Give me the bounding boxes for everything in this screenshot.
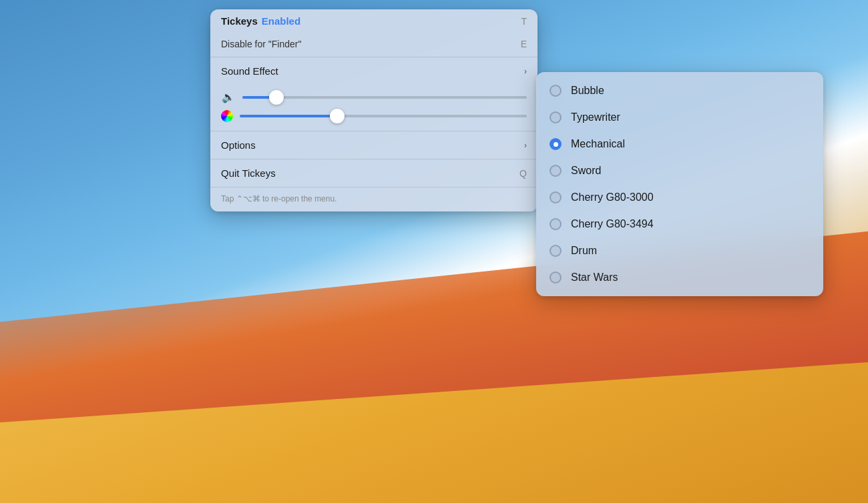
sound-label-star-wars: Star Wars <box>571 272 618 284</box>
pitch-slider[interactable] <box>240 115 527 117</box>
radio-cherry-g80-3000 <box>550 191 562 203</box>
tickeys-status-item[interactable]: Tickeys Enabled T <box>210 9 537 33</box>
enabled-status: Enabled <box>262 15 300 27</box>
sound-effect-submenu: BubbleTypewriterMechanicalSwordCherry G8… <box>536 72 823 296</box>
sound-effect-chevron: › <box>524 67 527 76</box>
pitch-row <box>221 107 527 125</box>
disable-shortcut: E <box>521 39 527 49</box>
sliders-section: 🔈 <box>210 83 537 129</box>
divider-2 <box>210 131 537 131</box>
sound-label-drum: Drum <box>571 245 597 257</box>
sound-option-bubble[interactable]: Bubble <box>536 77 823 104</box>
quit-item[interactable]: Quit Tickeys Q <box>210 161 537 185</box>
options-label: Options <box>221 139 256 151</box>
sound-option-cherry-g80-3494[interactable]: Cherry G80-3494 <box>536 211 823 237</box>
sound-label-typewriter: Typewriter <box>571 111 620 123</box>
radio-star-wars <box>550 272 562 284</box>
sound-effect-label: Sound Effect <box>221 65 278 77</box>
sound-label-cherry-g80-3000: Cherry G80-3000 <box>571 191 654 203</box>
radio-typewriter <box>550 111 562 123</box>
sound-option-star-wars[interactable]: Star Wars <box>536 264 823 291</box>
quit-label: Quit Tickeys <box>221 167 276 179</box>
volume-icon: 🔈 <box>221 91 236 103</box>
radio-bubble <box>550 85 562 97</box>
sound-option-cherry-g80-3000[interactable]: Cherry G80-3000 <box>536 184 823 211</box>
divider-1 <box>210 57 537 57</box>
main-menu: Tickeys Enabled T Disable for "Finder" E… <box>210 9 537 211</box>
color-wheel-icon <box>221 110 233 122</box>
app-name: Tickeys <box>221 15 258 27</box>
quit-shortcut: Q <box>519 168 527 179</box>
sound-label-sword: Sword <box>571 165 601 177</box>
radio-mechanical <box>550 138 562 150</box>
sound-label-cherry-g80-3494: Cherry G80-3494 <box>571 218 654 230</box>
volume-thumb[interactable] <box>269 90 284 105</box>
sound-option-sword[interactable]: Sword <box>536 157 823 184</box>
disable-finder-label: Disable for "Finder" <box>221 39 301 49</box>
status-shortcut: T <box>521 16 527 27</box>
sound-option-typewriter[interactable]: Typewriter <box>536 104 823 131</box>
sound-option-drum[interactable]: Drum <box>536 237 823 264</box>
sound-option-mechanical[interactable]: Mechanical <box>536 131 823 157</box>
divider-4 <box>210 187 537 187</box>
volume-row: 🔈 <box>221 87 527 107</box>
volume-slider[interactable] <box>242 96 527 99</box>
options-item[interactable]: Options › <box>210 133 537 157</box>
menu-tip: Tap ⌃⌥⌘ to re-open the menu. <box>210 189 537 211</box>
sound-label-mechanical: Mechanical <box>571 138 625 150</box>
radio-drum <box>550 245 562 257</box>
pitch-fill <box>240 115 337 117</box>
radio-sword <box>550 165 562 177</box>
sound-effect-item[interactable]: Sound Effect › <box>210 59 537 83</box>
tickeys-title-group: Tickeys Enabled <box>221 15 300 27</box>
divider-3 <box>210 159 537 159</box>
radio-cherry-g80-3494 <box>550 218 562 230</box>
options-chevron: › <box>524 141 527 150</box>
disable-finder-item[interactable]: Disable for "Finder" E <box>210 33 537 55</box>
pitch-thumb[interactable] <box>330 109 345 123</box>
sound-label-bubble: Bubble <box>571 85 604 97</box>
